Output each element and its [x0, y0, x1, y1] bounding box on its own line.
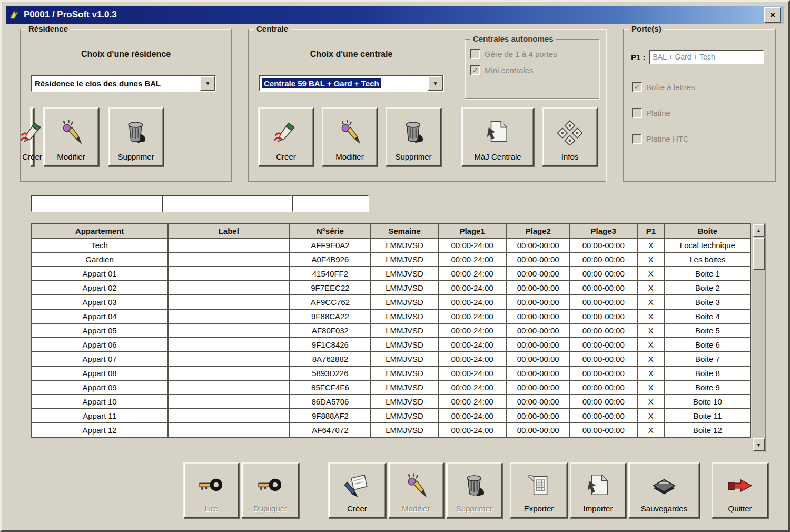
update-sheet-icon: [485, 112, 511, 152]
column-header: Label: [168, 223, 289, 238]
table-cell: 00:00-24:00: [438, 352, 507, 366]
column-header: N°série: [289, 223, 371, 238]
residence-supprimer-button[interactable]: Supprimer: [108, 107, 164, 166]
table-cell: 00:00-00:00: [570, 352, 637, 366]
table-cell: 00:00-24:00: [438, 395, 507, 409]
table-row[interactable]: Appart 029F7EEC22LMMJVSD00:00-24:0000:00…: [31, 281, 750, 295]
residence-combo[interactable]: Résidence le clos des dunes BAL ▼: [31, 75, 216, 92]
maj-centrale-button[interactable]: MàJ Centrale: [461, 107, 534, 166]
table-cell: LMMJVSD: [371, 380, 438, 395]
table-cell: [168, 309, 289, 323]
table-row[interactable]: Appart 03AF9CC762LMMJVSD00:00-24:0000:00…: [31, 295, 750, 309]
checkbox-label: Boîte à lettres: [646, 83, 695, 92]
button-label: MàJ Centrale: [474, 152, 521, 161]
scroll-up-icon[interactable]: ▲: [753, 224, 765, 237]
table-cell: LMMJVSD: [371, 309, 438, 323]
creer-button[interactable]: Créer: [328, 462, 386, 518]
scrollbar-thumb[interactable]: [753, 238, 765, 270]
centrale-button-row: CréerModifierSupprimerMàJ CentraleInfos: [258, 107, 598, 166]
table-cell: 00:00-24:00: [438, 309, 507, 323]
table-cell: [168, 295, 289, 309]
filter-appartement-input[interactable]: [31, 195, 162, 212]
table-cell: 00:00-00:00: [507, 323, 570, 338]
table-row[interactable]: Appart 085893D226LMMJVSD00:00-24:0000:00…: [31, 366, 750, 380]
table-cell: 00:00-00:00: [507, 281, 570, 295]
table-cell: Appart 11: [31, 409, 168, 423]
centrale-modifier-button[interactable]: Modifier: [322, 107, 378, 166]
modify-pencil-icon: [403, 467, 429, 504]
table-cell: 00:00-24:00: [438, 323, 507, 338]
chevron-down-icon[interactable]: ▼: [428, 76, 443, 91]
table-row[interactable]: Appart 0141540FF2LMMJVSD00:00-24:0000:00…: [31, 267, 750, 281]
table-cell: X: [637, 366, 665, 380]
p1-input[interactable]: [649, 50, 764, 64]
table-cell: 00:00-00:00: [570, 238, 637, 252]
button-label: Infos: [561, 152, 579, 161]
chevron-down-icon[interactable]: ▼: [200, 76, 215, 91]
sauvegardes-button[interactable]: Sauvegardes: [628, 462, 700, 518]
table-cell: LMMJVSD: [371, 366, 438, 380]
centrale-supprimer-button[interactable]: Supprimer: [386, 107, 441, 166]
table-row[interactable]: Appart 049F88CA22LMMJVSD00:00-24:0000:00…: [31, 309, 750, 323]
infos-button[interactable]: Infos: [542, 107, 598, 166]
importer-button[interactable]: Importer: [570, 462, 626, 518]
table-row[interactable]: Appart 119F888AF2LMMJVSD00:00-24:0000:00…: [31, 409, 750, 423]
button-label: Supprimer: [456, 504, 492, 513]
table-cell: Boite 2: [665, 281, 750, 295]
table-cell: LMMJVSD: [371, 352, 438, 366]
table-cell: 00:00-24:00: [438, 267, 507, 281]
table-cell: Local technique: [665, 238, 750, 252]
scroll-down-icon[interactable]: ▼: [753, 438, 765, 451]
table-row[interactable]: Appart 05AF80F032LMMJVSD00:00-24:0000:00…: [31, 323, 750, 338]
centrale-creer-button[interactable]: Créer: [258, 107, 314, 166]
table-row[interactable]: Appart 069F1C8426LMMJVSD00:00-24:0000:00…: [31, 338, 750, 352]
table-cell: Appart 04: [31, 309, 168, 323]
centrale-combo[interactable]: Centrale 59 BAL + Gard + Tech ▼: [259, 75, 444, 92]
table-row[interactable]: Appart 078A762882LMMJVSD00:00-24:0000:00…: [31, 352, 750, 366]
table-cell: 00:00-00:00: [570, 281, 637, 295]
table-cell: AF80F032: [289, 323, 371, 338]
table-cell: Appart 06: [31, 338, 168, 352]
centrales-autonomes-title: Centrales autonomes: [470, 34, 556, 43]
modify-pencil-icon: [58, 112, 84, 152]
table-scrollbar[interactable]: ▲ ▼: [752, 223, 766, 452]
update-sheet-icon: [585, 467, 611, 504]
table-cell: X: [637, 295, 665, 309]
table-row[interactable]: TechAFF9E0A2LMMJVSD00:00-24:0000:00-00:0…: [31, 238, 750, 252]
residence-creer-button[interactable]: Créer: [30, 107, 34, 166]
exporter-button[interactable]: Exporter: [510, 462, 568, 518]
table-cell: X: [637, 395, 665, 409]
checkbox-box: ✓: [632, 82, 642, 92]
boite-a-lettres-checkbox: ✓Boîte à lettres: [632, 82, 695, 92]
table-row[interactable]: Appart 0985FCF4F6LMMJVSD00:00-24:0000:00…: [31, 380, 750, 395]
quitter-button[interactable]: Quitter: [712, 462, 768, 518]
table-cell: Appart 09: [31, 380, 168, 395]
checkbox-label: Platine: [646, 109, 670, 117]
table-cell: Appart 08: [31, 366, 168, 380]
diskette-icon: [651, 467, 677, 504]
filter-serie-input[interactable]: [292, 195, 369, 212]
app-window: P0001 / ProSoft v1.0.3 × Résidence Choix…: [0, 0, 790, 532]
apartments-table: AppartementLabelN°sérieSemainePlage1Plag…: [31, 223, 751, 438]
table-cell: Les boites: [665, 252, 750, 267]
table-row[interactable]: GardienA0F4B926LMMJVSD00:00-24:0000:00-0…: [31, 252, 750, 267]
table-row[interactable]: Appart 12AF647072LMMJVSD00:00-24:0000:00…: [31, 423, 750, 437]
table-cell: 85FCF4F6: [289, 380, 371, 395]
checkbox-box: ✓: [470, 65, 480, 75]
filter-label-input[interactable]: [162, 195, 292, 212]
table-cell: 9F888AF2: [289, 409, 371, 423]
table-cell: Appart 05: [31, 323, 168, 338]
create-pencil-icon: [19, 112, 45, 152]
table-row[interactable]: Appart 1086DA5706LMMJVSD00:00-24:0000:00…: [31, 395, 750, 409]
table-cell: 00:00-00:00: [507, 409, 570, 423]
table-cell: 00:00-00:00: [570, 395, 637, 409]
residence-group-title: Résidence: [26, 24, 71, 33]
trash-icon: [123, 112, 149, 152]
residence-modifier-button[interactable]: Modifier: [43, 107, 99, 166]
close-button[interactable]: ×: [764, 7, 781, 23]
table-cell: [168, 238, 289, 252]
table-cell: LMMJVSD: [371, 338, 438, 352]
centrale-choose-label: Choix d'une centrale: [249, 50, 454, 59]
app-icon: [9, 9, 19, 20]
table-cell: 86DA5706: [289, 395, 371, 409]
